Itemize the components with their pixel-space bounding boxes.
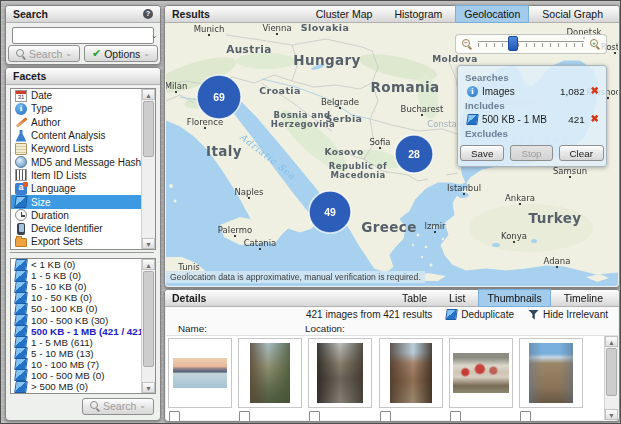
- chevron-down-icon[interactable]: ⌄: [151, 32, 158, 40]
- criterion-label: Images: [482, 86, 515, 97]
- facet-value-100-500-mb-0[interactable]: 100 - 500 MB (0): [11, 370, 142, 381]
- thumbnail-checkbox[interactable]: [309, 411, 320, 422]
- facet-category-label: MD5 and Message Hash: [31, 157, 141, 168]
- map-city-dot: [248, 197, 250, 199]
- scrollbar-thumb[interactable]: [143, 271, 154, 367]
- tab-thumbnails[interactable]: Thumbnails: [478, 289, 550, 307]
- scroll-up-arrow[interactable]: ▲: [142, 89, 155, 100]
- remove-criterion-icon[interactable]: ✖: [591, 114, 599, 124]
- thumb-cobbled-street[interactable]: [308, 338, 372, 408]
- thumbnails-scrollbar[interactable]: ▲ ▼: [604, 336, 618, 420]
- results-tabs: Cluster MapHistogramGeolocationSocial Gr…: [307, 5, 612, 23]
- thumb-old-alley[interactable]: [379, 338, 443, 408]
- facets-search-button[interactable]: Search ⌄: [82, 398, 154, 415]
- facet-category-md5-and-message-hash[interactable]: MD5 and Message Hash: [11, 155, 142, 168]
- facet-value-5-10-kb-0[interactable]: 5 - 10 KB (0): [11, 281, 142, 292]
- scroll-down-arrow[interactable]: ▼: [142, 238, 155, 249]
- thumbnail-checkbox[interactable]: [520, 411, 531, 422]
- type-info-icon: [467, 86, 478, 97]
- facet-value-10-100-mb-7[interactable]: 10 - 100 MB (7): [11, 359, 142, 370]
- facet-category-type[interactable]: Type: [11, 102, 142, 115]
- map-city-dot: [339, 107, 341, 109]
- language-icon: [15, 183, 27, 195]
- facet-category-listbox: DateTypeAuthorContent AnalysisKeyword Li…: [10, 88, 156, 250]
- facet-value-500-mb-0[interactable]: > 500 MB (0): [11, 381, 142, 392]
- facet-category-language[interactable]: Language: [11, 182, 142, 195]
- save-button[interactable]: Save: [460, 145, 504, 161]
- results-summary: 421 images from 421 results: [306, 309, 432, 320]
- facet-value-1-kb-0[interactable]: < 1 KB (0): [11, 259, 142, 270]
- tab-list[interactable]: List: [440, 289, 474, 307]
- geolocation-notice: Geolocation data is approximative, manua…: [166, 271, 425, 283]
- scrollbar-thumb[interactable]: [606, 348, 617, 396]
- facet-category-keyword-lists[interactable]: Keyword Lists: [11, 142, 142, 155]
- thumbnail-checkbox[interactable]: [450, 411, 461, 422]
- facet-category-author[interactable]: Author: [11, 116, 142, 129]
- facet-category-item-id-lists[interactable]: Item ID Lists: [11, 169, 142, 182]
- hide-irrelevant-button[interactable]: Hide Irrelevant: [528, 309, 608, 320]
- map-country-label: Kosovo: [325, 147, 364, 157]
- map-country-label: Croatia: [259, 85, 301, 96]
- map-city-dot: [556, 266, 558, 268]
- search-combobox[interactable]: ⌄: [12, 27, 154, 44]
- thumb-lake-sunset[interactable]: [168, 338, 232, 408]
- facet-category-label: Date: [31, 90, 52, 101]
- tab-geolocation[interactable]: Geolocation: [455, 5, 529, 23]
- facet-value-50-100-kb-0[interactable]: 50 - 100 KB (0): [11, 303, 142, 314]
- map-city-label: Sofia: [369, 137, 390, 147]
- clear-button[interactable]: Clear: [559, 145, 604, 161]
- scrollbar-thumb[interactable]: [143, 101, 154, 157]
- facet-category-device-identifier[interactable]: Device Identifier: [11, 222, 142, 235]
- search-panel-title: Search: [13, 6, 48, 22]
- map-city-dot: [259, 248, 261, 250]
- options-button[interactable]: ✔ Options ⌄: [84, 45, 158, 62]
- thumb-street-flowers[interactable]: [238, 338, 302, 408]
- scroll-up-arrow[interactable]: ▲: [605, 336, 618, 347]
- facet-value-500-kb-1-mb-421-421[interactable]: 500 KB - 1 MB (421 / 421): [11, 326, 142, 337]
- search-button[interactable]: Search ⌄: [8, 45, 80, 62]
- tab-social-graph[interactable]: Social Graph: [533, 5, 612, 23]
- facet-value-5-10-mb-13[interactable]: 5 - 10 MB (13): [11, 348, 142, 359]
- size-icon: [14, 259, 28, 271]
- map-city-label: Naples: [235, 187, 265, 197]
- zoom-slider-handle[interactable]: [508, 36, 518, 51]
- thumbnail-checkbox[interactable]: [380, 411, 391, 422]
- facet-value-100-500-kb-30[interactable]: 100 - 500 KB (30): [11, 314, 142, 325]
- thumb-flower-wall[interactable]: [449, 338, 513, 408]
- facet-category-export-sets[interactable]: Export Sets: [11, 235, 142, 248]
- zoom-slider-track[interactable]: [478, 38, 584, 50]
- search-input[interactable]: [13, 30, 151, 41]
- facet-category-content-analysis[interactable]: Content Analysis: [11, 129, 142, 142]
- zoom-in-icon[interactable]: +: [590, 39, 600, 49]
- map-country-label: Herzegovina: [271, 119, 335, 129]
- stop-button[interactable]: Stop: [510, 145, 552, 161]
- chevron-down-icon: ⌄: [65, 50, 72, 58]
- facet-value-10-50-kb-0[interactable]: 10 - 50 KB (0): [11, 292, 142, 303]
- remove-criterion-icon[interactable]: ✖: [591, 86, 599, 96]
- thumbnail-checkbox[interactable]: [239, 411, 250, 422]
- facet-category-size[interactable]: Size: [11, 195, 142, 208]
- zoom-out-icon[interactable]: −: [462, 39, 472, 49]
- facet-value-1-5-mb-611[interactable]: 1 - 5 MB (611): [11, 337, 142, 348]
- help-icon[interactable]: ?: [143, 9, 153, 19]
- church-image: [529, 343, 573, 403]
- facet-list-scrollbar[interactable]: ▲ ▼: [141, 89, 155, 249]
- tab-timeline[interactable]: Timeline: [555, 289, 612, 307]
- geolocation-map[interactable]: SlovakiaAustriaHungaryMoldovaRomaniaCroa…: [166, 23, 618, 286]
- size-icon: [14, 381, 28, 393]
- tab-cluster-map[interactable]: Cluster Map: [307, 5, 382, 23]
- thumb-church[interactable]: [519, 338, 583, 408]
- scroll-down-arrow[interactable]: ▼: [142, 382, 155, 393]
- deduplicate-button[interactable]: Deduplicate: [446, 309, 514, 320]
- value-list-scrollbar[interactable]: ▲ ▼: [141, 259, 155, 393]
- facet-category-date[interactable]: Date: [11, 89, 142, 102]
- thumbnail-checkbox[interactable]: [169, 411, 180, 422]
- type-info-icon: [15, 103, 27, 115]
- facet-category-duration[interactable]: Duration: [11, 209, 142, 222]
- tab-histogram[interactable]: Histogram: [385, 5, 451, 23]
- tab-table[interactable]: Table: [393, 289, 436, 307]
- scroll-up-arrow[interactable]: ▲: [142, 259, 155, 270]
- facet-value-1-5-kb-0[interactable]: 1 - 5 KB (0): [11, 270, 142, 281]
- scroll-down-arrow[interactable]: ▼: [605, 409, 618, 420]
- map-zoom-slider[interactable]: − +: [455, 34, 607, 54]
